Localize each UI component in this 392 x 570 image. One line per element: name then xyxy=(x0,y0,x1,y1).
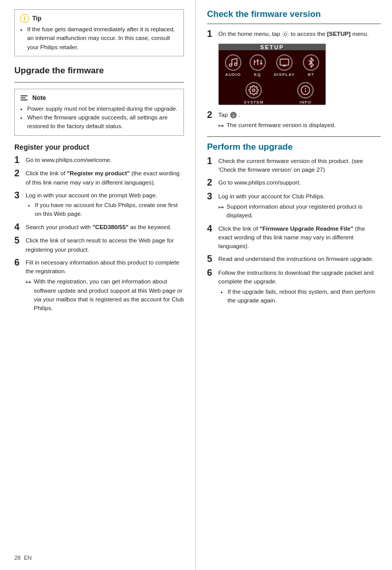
setup-info-icon: INFO xyxy=(297,82,314,105)
setup-system-icon: SYSTEM xyxy=(244,82,264,105)
upgrade-section: Upgrade the firmware Note Power supply m… xyxy=(14,66,184,136)
step-num-2: 2 xyxy=(14,169,26,179)
note-header: Note xyxy=(20,93,178,103)
perf-step-num-3: 3 xyxy=(207,192,218,202)
eq-circle xyxy=(250,54,266,71)
register-step-1: 1 Go to www.philips.com/welcome. xyxy=(14,155,184,166)
perform-divider xyxy=(207,136,381,137)
perf-step-content-1: Check the current firmware version of th… xyxy=(218,156,381,175)
step-num-4: 4 xyxy=(14,222,26,233)
tip-icon: i xyxy=(20,14,29,23)
svg-point-0 xyxy=(284,33,287,36)
info-label: INFO xyxy=(300,100,312,105)
step-content-4: Search your product with "CED380/55" as … xyxy=(26,222,184,232)
check-fw-step-2: 2 Tap i . ↦ The current firmware version… xyxy=(207,110,381,131)
perform-steps: 1 Check the current firmware version of … xyxy=(207,156,381,306)
setup-audio-icon: AUDIO xyxy=(225,54,241,77)
check-fw-divider xyxy=(207,24,381,24)
register-step-4: 4 Search your product with "CED380/55" a… xyxy=(14,222,184,233)
audio-label: AUDIO xyxy=(225,72,241,77)
perf-step-num-2: 2 xyxy=(207,178,218,188)
svg-rect-9 xyxy=(280,59,289,65)
step-num-6: 6 xyxy=(14,258,26,268)
check-fw-steps: 1 On the home menu, tap to access the [S… xyxy=(207,29,381,39)
perf-step-3-arrow: ↦ Support information about your registe… xyxy=(218,202,381,220)
step-content-2: Click the link of "Register my product" … xyxy=(26,169,184,187)
perf-step-num-6: 6 xyxy=(207,268,218,278)
note-item-1: Power supply must not be interrupted dur… xyxy=(27,105,178,113)
gear-icon-inline xyxy=(282,31,289,38)
check-step-num-2: 2 xyxy=(207,110,218,120)
perf-step-num-5: 5 xyxy=(207,254,218,264)
register-steps: 1 Go to www.philips.com/welcome. 2 Click… xyxy=(14,155,184,313)
display-circle xyxy=(276,54,293,71)
perf-step-content-3: Log in with your account for Club Philip… xyxy=(218,192,381,220)
bt-label: BT xyxy=(308,72,315,77)
register-step-3: 3 Log in with your account on the prompt… xyxy=(14,191,184,219)
perf-step-content-6: Follow the instructions to download the … xyxy=(218,268,381,305)
arrow-symbol-r2: ↦ xyxy=(218,121,226,131)
setup-icons-row1: AUDIO EQ xyxy=(219,50,325,79)
arrow-symbol-6: ↦ xyxy=(26,277,34,288)
note-label: Note xyxy=(32,94,46,101)
note-box: Note Power supply must not be interrupte… xyxy=(14,89,184,136)
arrow-symbol-p3: ↦ xyxy=(218,202,226,213)
upgrade-divider xyxy=(14,82,184,83)
step-content-5: Click the link of search result to acces… xyxy=(26,236,184,254)
setup-bar-label: SETUP xyxy=(260,44,284,50)
check-step-2-arrow: ↦ The current firmware version is displa… xyxy=(218,121,381,131)
perform-section: Perform the upgrade 1 Check the current … xyxy=(207,142,381,306)
step-6-arrow: ↦ With the registration, you can get inf… xyxy=(26,277,184,313)
info-circle xyxy=(297,82,314,98)
step-3-sub: If you have no account for Club Philips,… xyxy=(26,201,184,219)
setup-bt-icon: BT xyxy=(303,54,319,77)
check-step-content-1: On the home menu, tap to access the [SET… xyxy=(218,29,381,38)
tip-header: i Tip xyxy=(20,14,178,23)
note-list: Power supply must not be interrupted dur… xyxy=(20,105,178,131)
eq-label: EQ xyxy=(254,72,261,77)
upgrade-title: Upgrade the firmware xyxy=(14,66,184,77)
check-step-content-2: Tap i . ↦ The current firmware version i… xyxy=(218,110,381,131)
step-content-3: Log in with your account on the prompt W… xyxy=(26,191,184,219)
svg-point-2 xyxy=(234,63,237,66)
register-step-5: 5 Click the link of search result to acc… xyxy=(14,236,184,254)
bt-circle xyxy=(303,54,319,71)
perf-step-num-4: 4 xyxy=(207,224,218,234)
tip-list: If the fuse gets damaged immediately aft… xyxy=(20,25,178,52)
tip-box: i Tip If the fuse gets damaged immediate… xyxy=(14,9,184,56)
page-lang: EN xyxy=(24,555,31,561)
step-num-5: 5 xyxy=(14,236,26,246)
perform-step-1: 1 Check the current firmware version of … xyxy=(207,156,381,175)
register-step-6: 6 Fill in necessary information about th… xyxy=(14,258,184,313)
system-label: SYSTEM xyxy=(244,100,264,105)
step-num-3: 3 xyxy=(14,191,26,201)
step-content-6: Fill in necessary information about this… xyxy=(26,258,184,313)
tip-label: Tip xyxy=(32,15,42,22)
register-title: Register your product xyxy=(14,143,184,151)
display-label: DISPLAY xyxy=(274,72,295,77)
perform-step-3: 3 Log in with your account for Club Phil… xyxy=(207,192,381,220)
check-step-num-1: 1 xyxy=(207,29,218,39)
tip-item: If the fuse gets damaged immediately aft… xyxy=(27,25,178,52)
note-item-2: When the firmware upgrade succeeds, all … xyxy=(27,113,178,131)
setup-eq-icon: EQ xyxy=(250,54,266,77)
perform-step-2: 2 Go to www.philips.com/support. xyxy=(207,178,381,188)
step-num-1: 1 xyxy=(14,155,26,166)
setup-bar: SETUP xyxy=(219,44,325,50)
check-fw-steps-2: 2 Tap i . ↦ The current firmware version… xyxy=(207,110,381,131)
page-number: 28 xyxy=(14,555,20,561)
perf-step-content-4: Click the link of "Firmware Upgrade Read… xyxy=(218,224,381,251)
perform-step-5: 5 Read and understand the instructions o… xyxy=(207,254,381,264)
check-fw-title: Check the firmware version xyxy=(207,9,381,19)
register-section: Register your product 1 Go to www.philip… xyxy=(14,143,184,313)
check-fw-step-1: 1 On the home menu, tap to access the [S… xyxy=(207,29,381,39)
svg-point-12 xyxy=(253,89,255,91)
perf-step-6-sub: If the upgrade fails, reboot this system… xyxy=(218,288,381,306)
setup-display-icon: DISPLAY xyxy=(274,54,295,77)
perf-step-content-2: Go to www.philips.com/support. xyxy=(218,178,381,187)
perform-step-6: 6 Follow the instructions to download th… xyxy=(207,268,381,305)
svg-point-1 xyxy=(229,64,232,66)
audio-circle xyxy=(225,54,241,71)
check-fw-section: Check the firmware version 1 On the home… xyxy=(207,9,381,131)
perform-step-4: 4 Click the link of "Firmware Upgrade Re… xyxy=(207,224,381,251)
